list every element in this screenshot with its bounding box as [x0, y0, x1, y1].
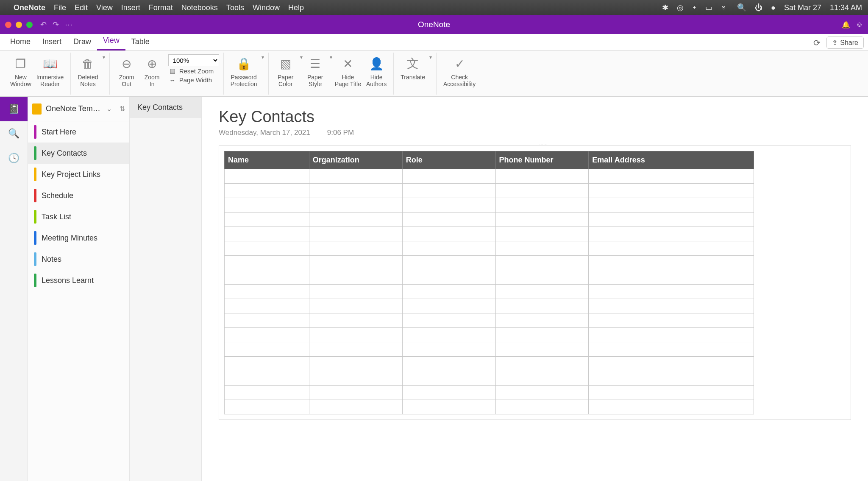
table-cell[interactable]	[589, 371, 754, 386]
table-cell[interactable]	[309, 184, 402, 198]
table-cell[interactable]	[402, 198, 495, 213]
table-row[interactable]	[225, 342, 754, 357]
table-cell[interactable]	[309, 371, 402, 386]
feedback-icon[interactable]: ☺	[856, 21, 863, 28]
translate-button[interactable]: 文 Translate	[398, 54, 428, 81]
section-item[interactable]: Key Contacts	[28, 143, 129, 164]
table-header[interactable]: Name	[225, 151, 309, 169]
spotlight-icon[interactable]: 🔍	[737, 3, 746, 12]
table-cell[interactable]	[309, 227, 402, 241]
notifications-icon[interactable]: 🔔	[842, 21, 850, 29]
deleted-notes-button[interactable]: 🗑 Deleted Notes	[75, 54, 100, 88]
section-item[interactable]: Task List	[28, 206, 129, 227]
table-cell[interactable]	[309, 313, 402, 328]
table-cell[interactable]	[225, 328, 309, 342]
menu-edit[interactable]: Edit	[75, 3, 88, 12]
table-cell[interactable]	[402, 357, 495, 371]
section-item[interactable]: Meeting Minutes	[28, 227, 129, 249]
table-cell[interactable]	[309, 256, 402, 270]
bluetooth-icon[interactable]: ᛭	[692, 3, 697, 12]
zoom-window-button[interactable]	[26, 22, 33, 28]
immersive-reader-button[interactable]: 📖 Immersive Reader	[34, 54, 67, 88]
zoom-in-button[interactable]: ⊕ Zoom In	[139, 54, 165, 88]
table-cell[interactable]	[589, 198, 754, 213]
table-cell[interactable]	[309, 357, 402, 371]
table-row[interactable]	[225, 386, 754, 400]
table-row[interactable]	[225, 256, 754, 270]
table-cell[interactable]	[495, 400, 589, 414]
menu-tools[interactable]: Tools	[226, 3, 244, 12]
notebook-rail-button[interactable]: 📓	[0, 97, 28, 121]
table-cell[interactable]	[589, 400, 754, 414]
chevron-down-icon[interactable]: ▾	[103, 54, 105, 60]
paper-style-button[interactable]: ☰ Paper Style	[303, 54, 328, 88]
table-cell[interactable]	[225, 169, 309, 184]
table-cell[interactable]	[589, 241, 754, 256]
control-center-icon[interactable]: ⏻	[755, 3, 762, 12]
table-cell[interactable]	[495, 184, 589, 198]
table-cell[interactable]	[495, 169, 589, 184]
table-cell[interactable]	[495, 227, 589, 241]
table-cell[interactable]	[402, 256, 495, 270]
table-cell[interactable]	[495, 256, 589, 270]
table-cell[interactable]	[225, 213, 309, 227]
menu-format[interactable]: Format	[149, 3, 173, 12]
tab-draw[interactable]: Draw	[67, 34, 97, 50]
table-cell[interactable]	[309, 299, 402, 313]
table-row[interactable]	[225, 400, 754, 414]
section-item[interactable]: Lessons Learnt	[28, 270, 129, 291]
table-cell[interactable]	[495, 342, 589, 357]
table-row[interactable]	[225, 285, 754, 299]
table-row[interactable]	[225, 213, 754, 227]
section-item[interactable]: Notes	[28, 249, 129, 270]
battery-icon[interactable]: ▭	[705, 3, 712, 12]
table-row[interactable]	[225, 270, 754, 285]
section-item[interactable]: Schedule	[28, 185, 129, 206]
hide-authors-button[interactable]: 👤 Hide Authors	[364, 54, 389, 88]
table-cell[interactable]	[402, 313, 495, 328]
table-header[interactable]: Phone Number	[495, 151, 589, 169]
table-cell[interactable]	[495, 313, 589, 328]
table-cell[interactable]	[402, 386, 495, 400]
page-canvas[interactable]: Key Contacts Wednesday, March 17, 2021 9…	[202, 97, 868, 481]
table-cell[interactable]	[225, 256, 309, 270]
table-cell[interactable]	[309, 241, 402, 256]
table-header[interactable]: Organization	[309, 151, 402, 169]
table-cell[interactable]	[402, 213, 495, 227]
table-cell[interactable]	[225, 400, 309, 414]
table-cell[interactable]	[402, 328, 495, 342]
table-cell[interactable]	[589, 184, 754, 198]
table-cell[interactable]	[589, 342, 754, 357]
table-row[interactable]	[225, 357, 754, 371]
tab-view[interactable]: View	[97, 33, 125, 50]
table-row[interactable]	[225, 299, 754, 313]
table-cell[interactable]	[402, 227, 495, 241]
table-cell[interactable]	[309, 270, 402, 285]
paper-color-button[interactable]: ▧ Paper Color	[273, 54, 298, 88]
table-cell[interactable]	[495, 213, 589, 227]
table-cell[interactable]	[402, 270, 495, 285]
table-cell[interactable]	[589, 169, 754, 184]
table-cell[interactable]	[225, 313, 309, 328]
table-cell[interactable]	[225, 270, 309, 285]
table-cell[interactable]	[402, 169, 495, 184]
password-protection-button[interactable]: 🔒 Password Protection	[228, 54, 260, 88]
table-cell[interactable]	[402, 285, 495, 299]
more-icon[interactable]: ⋯	[65, 20, 72, 29]
resize-handle-icon[interactable]: ⋯⋯	[535, 143, 552, 146]
tab-home[interactable]: Home	[4, 34, 36, 50]
table-cell[interactable]	[309, 285, 402, 299]
close-window-button[interactable]	[5, 22, 11, 28]
table-cell[interactable]	[225, 198, 309, 213]
table-row[interactable]	[225, 169, 754, 184]
table-cell[interactable]	[495, 357, 589, 371]
zoom-out-button[interactable]: ⊖ Zoom Out	[114, 54, 139, 88]
table-cell[interactable]	[495, 270, 589, 285]
sync-icon[interactable]: ⟳	[813, 38, 821, 48]
table-cell[interactable]	[225, 241, 309, 256]
table-cell[interactable]	[589, 357, 754, 371]
table-cell[interactable]	[309, 328, 402, 342]
table-cell[interactable]	[589, 256, 754, 270]
new-window-button[interactable]: ❐ New Window	[8, 54, 34, 88]
table-cell[interactable]	[402, 371, 495, 386]
